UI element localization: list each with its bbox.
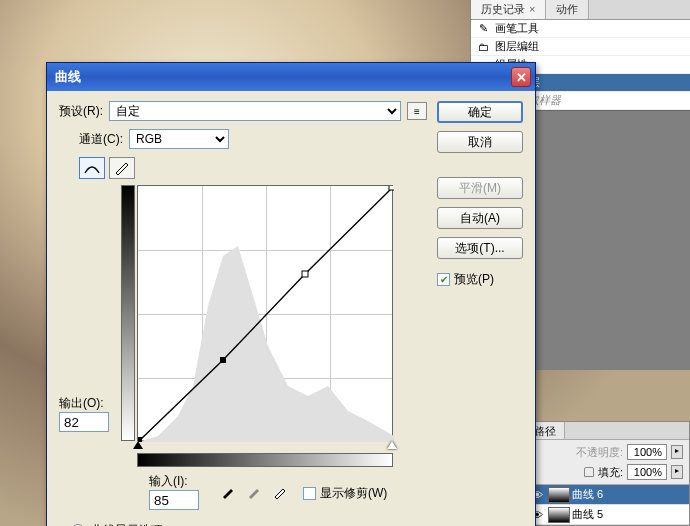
curves-graph[interactable] xyxy=(137,185,393,441)
layer-thumb xyxy=(548,507,570,523)
cancel-button[interactable]: 取消 xyxy=(437,131,523,153)
checkbox-icon xyxy=(303,487,316,500)
curves-dialog: 曲线 ✕ 预设(R): 自定 ≡ 通道(C): RGB xyxy=(46,62,536,526)
fill-label: 填充: xyxy=(598,465,623,480)
curve-draw-tool[interactable] xyxy=(109,157,135,179)
chevron-down-icon[interactable]: ▸ xyxy=(671,465,683,479)
layer-list: 👁 曲线 6 👁 曲线 5 xyxy=(526,484,689,525)
layers-tabs: 路径 xyxy=(526,422,689,440)
show-clipping-checkbox[interactable]: 显示修剪(W) xyxy=(303,485,387,502)
tab-actions-label: 动作 xyxy=(556,3,578,15)
layer-row[interactable]: 👁 曲线 6 xyxy=(526,485,689,505)
tab-paths-label: 路径 xyxy=(534,425,556,437)
close-icon[interactable]: × xyxy=(529,3,535,15)
opacity-label: 不透明度: xyxy=(576,445,623,460)
history-item-label: 画笔工具 xyxy=(495,21,539,36)
fill-value[interactable]: 100% xyxy=(627,464,667,480)
history-panel-tabs: 历史记录× 动作 xyxy=(471,0,690,20)
layer-row[interactable]: 👁 曲线 5 xyxy=(526,505,689,525)
pencil-icon xyxy=(114,161,130,175)
dialog-title: 曲线 xyxy=(55,68,81,86)
smooth-button[interactable]: 平滑(M) xyxy=(437,177,523,199)
layer-label: 曲线 5 xyxy=(572,507,603,522)
white-eyedropper-icon[interactable] xyxy=(271,483,289,501)
opacity-value[interactable]: 100% xyxy=(627,444,667,460)
brush-icon: ✎ xyxy=(475,22,491,36)
tab-history[interactable]: 历史记录× xyxy=(471,0,546,19)
chevron-down-icon[interactable]: ▸ xyxy=(671,445,683,459)
svg-rect-0 xyxy=(220,357,226,363)
history-item[interactable]: 🗀 图层编组 xyxy=(471,38,690,56)
folder-icon: 🗀 xyxy=(475,40,491,54)
input-gradient xyxy=(137,453,393,467)
black-point-handle[interactable] xyxy=(133,441,143,449)
lock-icon[interactable] xyxy=(584,467,594,477)
output-input[interactable] xyxy=(59,412,109,432)
smooth-label: 平滑(M) xyxy=(459,180,501,197)
curve-point-tool[interactable] xyxy=(79,157,105,179)
checkbox-checked-icon: ✔ xyxy=(437,273,450,286)
display-options-label: 曲线显示选项 xyxy=(91,522,163,526)
cancel-label: 取消 xyxy=(468,134,492,151)
input-input[interactable] xyxy=(149,490,199,510)
output-label: 输出(O): xyxy=(59,395,104,412)
options-label: 选项(T)... xyxy=(455,240,504,257)
tab-history-label: 历史记录 xyxy=(481,3,525,15)
layer-thumb xyxy=(548,487,570,503)
output-gradient xyxy=(121,185,135,441)
channel-label: 通道(C): xyxy=(79,131,123,148)
ok-label: 确定 xyxy=(468,104,492,121)
histogram xyxy=(138,186,394,442)
history-item[interactable]: ✎ 画笔工具 xyxy=(471,20,690,38)
auto-button[interactable]: 自动(A) xyxy=(437,207,523,229)
input-label: 输入(I): xyxy=(149,473,188,490)
svg-rect-1 xyxy=(302,271,308,277)
dialog-titlebar[interactable]: 曲线 ✕ xyxy=(47,63,535,91)
preset-label: 预设(R): xyxy=(59,103,103,120)
layers-panel: 路径 不透明度: 100% ▸ 填充: 100% ▸ 👁 曲线 6 👁 曲线 5 xyxy=(525,421,690,526)
display-options-toggle[interactable]: ⌄ 曲线显示选项 xyxy=(71,522,427,526)
history-item-label: 图层编组 xyxy=(495,39,539,54)
tab-actions[interactable]: 动作 xyxy=(546,0,589,19)
close-button[interactable]: ✕ xyxy=(511,67,531,87)
preset-select[interactable]: 自定 xyxy=(109,101,401,121)
white-point-handle[interactable] xyxy=(387,441,397,449)
preset-menu-icon[interactable]: ≡ xyxy=(407,102,427,120)
preview-checkbox[interactable]: ✔ 预览(P) xyxy=(437,271,523,288)
ok-button[interactable]: 确定 xyxy=(437,101,523,123)
preview-label: 预览(P) xyxy=(454,271,494,288)
svg-rect-2 xyxy=(389,186,394,190)
show-clipping-label: 显示修剪(W) xyxy=(320,485,387,502)
options-button[interactable]: 选项(T)... xyxy=(437,237,523,259)
channel-select[interactable]: RGB xyxy=(129,129,229,149)
gray-eyedropper-icon[interactable] xyxy=(245,483,263,501)
layer-label: 曲线 6 xyxy=(572,487,603,502)
curve-icon xyxy=(83,161,101,175)
layers-options: 不透明度: 100% ▸ 填充: 100% ▸ xyxy=(526,440,689,484)
auto-label: 自动(A) xyxy=(460,210,500,227)
black-eyedropper-icon[interactable] xyxy=(219,483,237,501)
